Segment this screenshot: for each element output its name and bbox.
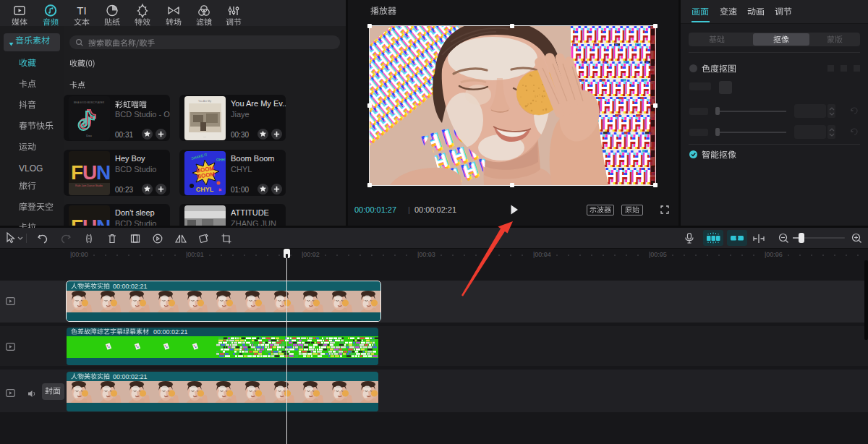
svg-text:F: F <box>71 215 83 226</box>
svg-text:.....: ..... <box>203 135 206 138</box>
svg-text:You Are My: You Are My <box>198 100 211 103</box>
svg-text:N: N <box>96 161 110 184</box>
svg-text:U: U <box>82 215 97 226</box>
svg-text:U: U <box>82 161 97 184</box>
svg-text:Dou: Dou <box>86 134 91 137</box>
svg-text:F: F <box>71 161 83 184</box>
svg-text:BE A GOOD MUSIC PLAYER: BE A GOOD MUSIC PLAYER <box>74 101 105 104</box>
svg-text:N: N <box>96 215 110 226</box>
svg-text:TI: TI <box>77 4 86 17</box>
svg-text:OHH!: OHH! <box>216 158 226 162</box>
svg-text:CHYL: CHYL <box>196 186 214 193</box>
svg-text:Rule Jam Dance Studio: Rule Jam Dance Studio <box>75 184 103 187</box>
